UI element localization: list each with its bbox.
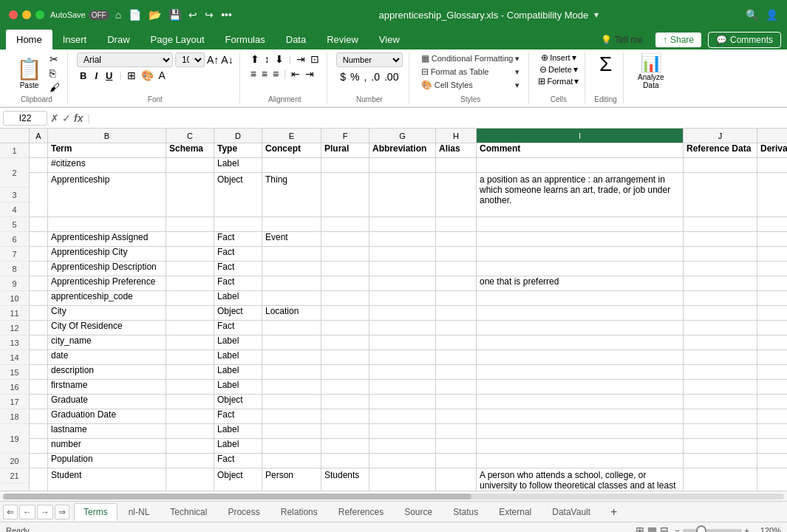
- cell-A19b[interactable]: [30, 468, 48, 491]
- cell-H11[interactable]: [436, 335, 477, 349]
- cell-A3[interactable]: [30, 217, 48, 231]
- cell-E18[interactable]: [262, 439, 321, 453]
- cell-A9[interactable]: [30, 306, 48, 320]
- col-header-G[interactable]: G: [369, 129, 436, 143]
- sheet-tab-nl-nl[interactable]: nl-NL: [119, 503, 160, 521]
- align-right-icon[interactable]: ≡: [271, 67, 280, 81]
- cell-C2[interactable]: [166, 158, 214, 172]
- cell-G3[interactable]: [369, 217, 436, 231]
- font-name-select[interactable]: Arial: [77, 52, 173, 67]
- cell-I8[interactable]: [477, 291, 684, 305]
- cell-B17[interactable]: lastname: [48, 424, 166, 438]
- sheet-tab-references[interactable]: References: [329, 503, 393, 521]
- cell-F10[interactable]: [321, 321, 369, 335]
- cell-J17[interactable]: [684, 424, 757, 438]
- cell-I2b[interactable]: a position as an apprentice : an arrange…: [477, 173, 684, 216]
- zoom-increase-button[interactable]: +: [745, 526, 749, 533]
- cell-E2b[interactable]: Thing: [262, 173, 321, 216]
- sheet-nav-prev[interactable]: ←: [19, 505, 35, 519]
- col-header-H[interactable]: H: [436, 129, 477, 143]
- cell-K13[interactable]: [757, 365, 787, 379]
- formula-input[interactable]: [95, 112, 784, 125]
- cell-E11[interactable]: [262, 335, 321, 349]
- cell-A16[interactable]: [30, 409, 48, 423]
- cell-K19b[interactable]: [757, 468, 787, 491]
- cell-C3[interactable]: [166, 217, 214, 231]
- cell-E19[interactable]: [262, 454, 321, 468]
- cell-G19b[interactable]: [369, 468, 436, 491]
- row-num-4[interactable]: 4: [0, 202, 29, 217]
- cell-J19b[interactable]: [684, 468, 757, 491]
- cell-F18[interactable]: [321, 439, 369, 453]
- cell-D7[interactable]: Fact: [214, 276, 262, 290]
- cell-E2[interactable]: [262, 158, 321, 172]
- cell-K14[interactable]: [757, 380, 787, 394]
- sheet-nav-last[interactable]: ⇒: [55, 505, 69, 519]
- sheet-nav-next[interactable]: →: [37, 505, 53, 519]
- row-num-12[interactable]: 12: [0, 321, 29, 335]
- cell-J1[interactable]: Reference Data: [684, 143, 757, 157]
- decrease-decimal-icon[interactable]: .0: [369, 70, 381, 83]
- col-header-J[interactable]: J: [684, 129, 757, 143]
- col-header-I[interactable]: I: [477, 129, 684, 143]
- cell-D18[interactable]: Label: [214, 439, 262, 453]
- cell-E13[interactable]: [262, 365, 321, 379]
- cell-H18[interactable]: [436, 439, 477, 453]
- cell-J12[interactable]: [684, 350, 757, 364]
- cell-J14[interactable]: [684, 380, 757, 394]
- cell-J18[interactable]: [684, 439, 757, 453]
- share-button[interactable]: ↑ Share: [655, 32, 702, 48]
- cell-K12[interactable]: [757, 350, 787, 364]
- row-num-15[interactable]: 15: [0, 365, 29, 380]
- delete-dropdown[interactable]: ▾: [573, 64, 578, 75]
- cell-B10[interactable]: City Of Residence: [48, 321, 166, 335]
- cell-E8[interactable]: [262, 291, 321, 305]
- cell-C19[interactable]: [166, 454, 214, 468]
- cell-F1[interactable]: Plural: [321, 143, 369, 157]
- cell-I5[interactable]: [477, 247, 684, 261]
- cell-F7[interactable]: [321, 276, 369, 290]
- cell-J3[interactable]: [684, 217, 757, 231]
- row-num-1[interactable]: 1: [0, 143, 29, 158]
- cell-D3[interactable]: [214, 217, 262, 231]
- cell-A19[interactable]: [30, 454, 48, 468]
- cell-B2b[interactable]: Apprenticeship: [48, 173, 166, 216]
- cell-D17[interactable]: Label: [214, 424, 262, 438]
- cell-K8[interactable]: [757, 291, 787, 305]
- cell-I16[interactable]: [477, 409, 684, 423]
- cell-K6[interactable]: [757, 262, 787, 276]
- row-num-11[interactable]: 11: [0, 306, 29, 321]
- cell-G13[interactable]: [369, 365, 436, 379]
- normal-view-button[interactable]: ⊞: [636, 525, 644, 533]
- cell-J15[interactable]: [684, 395, 757, 409]
- cell-G1[interactable]: Abbreviation: [369, 143, 436, 157]
- paste-button[interactable]: 📋 Paste: [12, 54, 47, 92]
- cell-H19b[interactable]: [436, 468, 477, 491]
- format-cells-button[interactable]: ⊞ Format ▾: [538, 76, 579, 86]
- font-color-button[interactable]: A: [157, 69, 167, 82]
- wrap-text-icon[interactable]: ⇥: [295, 52, 307, 66]
- cell-F11[interactable]: [321, 335, 369, 349]
- redo-icon[interactable]: ↪: [205, 9, 214, 21]
- sheet-tab-technical[interactable]: Technical: [160, 503, 217, 521]
- cell-C15[interactable]: [166, 395, 214, 409]
- cell-I11[interactable]: [477, 335, 684, 349]
- cell-B11[interactable]: city_name: [48, 335, 166, 349]
- cell-A13[interactable]: [30, 365, 48, 379]
- cell-G16[interactable]: [369, 409, 436, 423]
- cell-D2b[interactable]: Object: [214, 173, 262, 216]
- underline-button[interactable]: U: [103, 69, 115, 82]
- tab-view[interactable]: View: [369, 30, 410, 50]
- format-dropdown[interactable]: ▾: [574, 76, 579, 86]
- align-top-icon[interactable]: ⬆: [249, 52, 261, 66]
- tab-data[interactable]: Data: [276, 30, 316, 50]
- cell-H12[interactable]: [436, 350, 477, 364]
- cell-E4[interactable]: Event: [262, 232, 321, 246]
- cell-H2b[interactable]: [436, 173, 477, 216]
- borders-button[interactable]: ⊞: [126, 69, 137, 82]
- font-size-select[interactable]: 10: [175, 52, 205, 67]
- cell-G2[interactable]: [369, 158, 436, 172]
- sheet-tab-terms[interactable]: Terms: [74, 503, 117, 521]
- cell-C1[interactable]: Schema: [166, 143, 214, 157]
- minimize-button[interactable]: [22, 10, 31, 19]
